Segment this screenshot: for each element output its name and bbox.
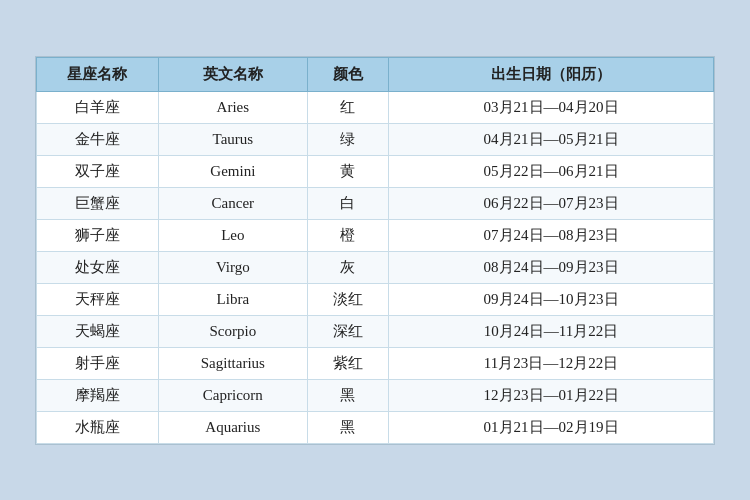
cell-date: 04月21日—05月21日	[389, 123, 714, 155]
cell-chinese: 射手座	[37, 347, 159, 379]
cell-date: 01月21日—02月19日	[389, 411, 714, 443]
table-row: 天蝎座Scorpio深红10月24日—11月22日	[37, 315, 714, 347]
table-body: 白羊座Aries红03月21日—04月20日金牛座Taurus绿04月21日—0…	[37, 91, 714, 443]
cell-color: 白	[307, 187, 388, 219]
cell-color: 黑	[307, 379, 388, 411]
table-row: 白羊座Aries红03月21日—04月20日	[37, 91, 714, 123]
cell-chinese: 天蝎座	[37, 315, 159, 347]
cell-english: Gemini	[158, 155, 307, 187]
cell-color: 深红	[307, 315, 388, 347]
table-row: 金牛座Taurus绿04月21日—05月21日	[37, 123, 714, 155]
table-row: 巨蟹座Cancer白06月22日—07月23日	[37, 187, 714, 219]
cell-english: Capricorn	[158, 379, 307, 411]
cell-chinese: 金牛座	[37, 123, 159, 155]
cell-date: 12月23日—01月22日	[389, 379, 714, 411]
cell-english: Virgo	[158, 251, 307, 283]
cell-chinese: 双子座	[37, 155, 159, 187]
cell-chinese: 巨蟹座	[37, 187, 159, 219]
table-row: 双子座Gemini黄05月22日—06月21日	[37, 155, 714, 187]
cell-color: 红	[307, 91, 388, 123]
cell-date: 05月22日—06月21日	[389, 155, 714, 187]
cell-english: Leo	[158, 219, 307, 251]
table-row: 射手座Sagittarius紫红11月23日—12月22日	[37, 347, 714, 379]
cell-english: Aquarius	[158, 411, 307, 443]
cell-color: 黄	[307, 155, 388, 187]
table-row: 水瓶座Aquarius黑01月21日—02月19日	[37, 411, 714, 443]
cell-date: 07月24日—08月23日	[389, 219, 714, 251]
table-row: 狮子座Leo橙07月24日—08月23日	[37, 219, 714, 251]
cell-date: 10月24日—11月22日	[389, 315, 714, 347]
cell-date: 03月21日—04月20日	[389, 91, 714, 123]
cell-date: 09月24日—10月23日	[389, 283, 714, 315]
cell-english: Sagittarius	[158, 347, 307, 379]
cell-chinese: 处女座	[37, 251, 159, 283]
cell-color: 灰	[307, 251, 388, 283]
cell-color: 淡红	[307, 283, 388, 315]
cell-chinese: 狮子座	[37, 219, 159, 251]
header-chinese: 星座名称	[37, 57, 159, 91]
table-header-row: 星座名称 英文名称 颜色 出生日期（阳历）	[37, 57, 714, 91]
cell-english: Taurus	[158, 123, 307, 155]
cell-date: 08月24日—09月23日	[389, 251, 714, 283]
header-english: 英文名称	[158, 57, 307, 91]
cell-color: 紫红	[307, 347, 388, 379]
cell-english: Aries	[158, 91, 307, 123]
zodiac-table-container: 星座名称 英文名称 颜色 出生日期（阳历） 白羊座Aries红03月21日—04…	[35, 56, 715, 445]
cell-english: Cancer	[158, 187, 307, 219]
cell-chinese: 摩羯座	[37, 379, 159, 411]
cell-date: 06月22日—07月23日	[389, 187, 714, 219]
cell-chinese: 白羊座	[37, 91, 159, 123]
table-row: 处女座Virgo灰08月24日—09月23日	[37, 251, 714, 283]
cell-english: Scorpio	[158, 315, 307, 347]
zodiac-table: 星座名称 英文名称 颜色 出生日期（阳历） 白羊座Aries红03月21日—04…	[36, 57, 714, 444]
table-row: 摩羯座Capricorn黑12月23日—01月22日	[37, 379, 714, 411]
cell-color: 绿	[307, 123, 388, 155]
cell-english: Libra	[158, 283, 307, 315]
cell-color: 橙	[307, 219, 388, 251]
header-color: 颜色	[307, 57, 388, 91]
table-row: 天秤座Libra淡红09月24日—10月23日	[37, 283, 714, 315]
cell-color: 黑	[307, 411, 388, 443]
cell-date: 11月23日—12月22日	[389, 347, 714, 379]
cell-chinese: 天秤座	[37, 283, 159, 315]
cell-chinese: 水瓶座	[37, 411, 159, 443]
header-date: 出生日期（阳历）	[389, 57, 714, 91]
